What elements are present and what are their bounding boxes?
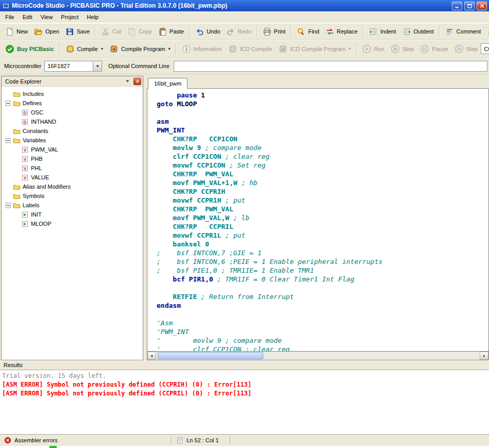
menu-edit[interactable]: Edit <box>19 12 37 22</box>
information-button[interactable]: Information <box>179 43 225 55</box>
code-line: ' movlw 9 ; compare mode <box>157 336 488 345</box>
buy-picbasic-button[interactable]: Buy PICBasic <box>2 43 57 55</box>
result-error-line[interactable]: [ASM ERROR] Symbol not previously define… <box>2 389 487 398</box>
code-explorer-header: Code Explorer <box>2 76 143 87</box>
dropdown-arrow-icon[interactable]: ▾ <box>101 46 103 51</box>
panel-close-button[interactable] <box>133 78 141 85</box>
cut-button[interactable]: Cut <box>98 26 124 38</box>
code-line: PWM_INT <box>157 126 488 135</box>
scroll-right-button[interactable] <box>480 352 488 360</box>
copy-button[interactable]: Copy <box>124 26 155 38</box>
save-icon <box>65 27 74 36</box>
open-button[interactable]: Open <box>31 26 62 38</box>
variable-icon: V <box>21 164 29 172</box>
tree-item-labels[interactable]: Labels <box>2 201 143 210</box>
code-line: banksel 0 <box>157 240 488 248</box>
tree-item-variables[interactable]: Variables <box>2 136 143 145</box>
find-button[interactable]: Find <box>294 26 322 38</box>
tree-collapse-icon[interactable] <box>5 202 11 209</box>
title-bar: MicroCode Studio - PICBASIC PRO - Trial … <box>0 0 489 11</box>
menu-view[interactable]: View <box>37 12 57 22</box>
new-button[interactable]: New <box>2 26 31 38</box>
close-button[interactable] <box>477 2 487 10</box>
tree-item-mloop[interactable]: MLOOP <box>2 219 143 228</box>
run-icon <box>362 44 372 54</box>
command-line-label: Optional Command Line <box>108 63 170 69</box>
uncomment-button[interactable]: Uncomment <box>484 26 489 38</box>
tree-item-symbols[interactable]: Symbols <box>2 191 143 201</box>
paste-button[interactable]: Paste <box>155 26 187 38</box>
stop-button[interactable]: Stop <box>387 43 417 55</box>
code-line: CHK?RP PWM_VAL <box>157 170 488 178</box>
find-icon <box>297 27 306 36</box>
code-explorer-panel: Code Explorer IncludesDefinesDOSCDINTHAN… <box>1 76 143 360</box>
menu-project[interactable]: Project <box>57 12 82 22</box>
dropdown-arrow-icon[interactable]: ▾ <box>168 46 171 51</box>
button-label: Outdent <box>414 28 434 35</box>
tree-item-inthand[interactable]: DINTHAND <box>2 117 143 126</box>
comment-button[interactable]: Comment <box>442 26 484 38</box>
indent-button[interactable]: Indent <box>366 26 399 38</box>
combo-arrow-icon[interactable] <box>93 61 102 71</box>
code-line: CHK?RP CCP1CON <box>157 135 488 143</box>
horizontal-scrollbar[interactable] <box>147 352 489 360</box>
code-line: movwf CCPR1H ; put <box>157 196 488 205</box>
icd-compile-program-button[interactable]: ICD Compile Program▾ <box>275 43 354 55</box>
code-line: ; bsf PIE1,0 ; TMR1IE= 1 Enable TMR1 <box>157 266 488 275</box>
com-port-combo[interactable]: COM1 <box>481 43 489 54</box>
tree-item-defines[interactable]: Defines <box>2 98 143 108</box>
minimize-button[interactable] <box>452 2 462 10</box>
tree-item-osc[interactable]: DOSC <box>2 108 143 117</box>
tree-item-pwm-val[interactable]: VPWM_VAL <box>2 145 143 154</box>
scroll-left-button[interactable] <box>147 352 156 360</box>
result-error-line[interactable]: [ASM ERROR] Symbol not previously define… <box>2 380 487 389</box>
tree-item-constants[interactable]: Constants <box>2 126 143 136</box>
tab-16bit_pwm[interactable]: 16bit_pwm <box>148 78 188 89</box>
tree-item-init[interactable]: INIT <box>2 210 143 219</box>
icd-compile-button[interactable]: ICD Compile <box>225 43 275 55</box>
undo-button[interactable]: Undo <box>192 26 223 38</box>
menu-file[interactable]: File <box>1 12 19 22</box>
tree-item-label: Includes <box>22 91 44 97</box>
redo-button[interactable]: Redo <box>223 26 254 38</box>
variable-icon: V <box>21 146 29 154</box>
tree-item-includes[interactable]: Includes <box>2 89 143 98</box>
toolbar-separator <box>363 26 364 37</box>
button-label: Print <box>274 28 286 35</box>
cut-icon <box>101 27 110 36</box>
statusbar-position-section: Ln 52 : Col 1 <box>172 435 230 446</box>
step-button[interactable]: Step <box>451 43 481 55</box>
panel-splitter[interactable] <box>143 76 147 360</box>
tree-item-phb[interactable]: VPHB <box>2 154 143 163</box>
chevron-down-icon[interactable] <box>124 77 131 85</box>
tree-item-value[interactable]: VVALUE <box>2 173 143 182</box>
outdent-button[interactable]: Outdent <box>399 26 437 38</box>
run-button[interactable]: Run <box>359 43 387 55</box>
save-button[interactable]: Save <box>62 26 93 38</box>
tree-spacer <box>13 211 20 218</box>
menu-help[interactable]: Help <box>83 12 103 22</box>
microcontroller-combo[interactable]: 16F1827 <box>44 61 102 72</box>
tree-spacer <box>13 174 20 181</box>
tree-item-label: Labels <box>22 202 39 208</box>
replace-button[interactable]: Replace <box>323 26 361 38</box>
code-line: movwf CCP1CON ; Set reg <box>157 161 488 170</box>
pause-button[interactable]: Pause <box>417 43 451 55</box>
code-editor[interactable]: pause 1goto MLOOP asmPWM_INT CHK?RP CCP1… <box>147 88 489 352</box>
statusbar-empty-section <box>231 435 489 446</box>
maximize-button[interactable] <box>464 2 475 10</box>
scrollbar-thumb[interactable] <box>158 352 263 359</box>
compile-program-button[interactable]: Compile Program▾ <box>106 43 174 55</box>
tree-collapse-icon[interactable] <box>5 100 11 107</box>
print-button[interactable]: Print <box>260 26 289 38</box>
code-line: CHK?RP PWM_VAL <box>157 205 488 213</box>
compile-button[interactable]: Compile▾ <box>62 43 106 55</box>
scrollbar-track[interactable] <box>263 352 480 360</box>
tree-item-alias-and-modifiers[interactable]: Alias and Modifiers <box>2 182 143 191</box>
tab-label: 16bit_pwm <box>154 80 181 87</box>
command-line-input[interactable] <box>174 61 487 72</box>
tree-item-phl[interactable]: VPHL <box>2 163 143 173</box>
button-label: Pause <box>432 46 448 52</box>
tree-collapse-icon[interactable] <box>5 137 11 144</box>
dropdown-arrow-icon[interactable]: ▾ <box>349 46 351 51</box>
